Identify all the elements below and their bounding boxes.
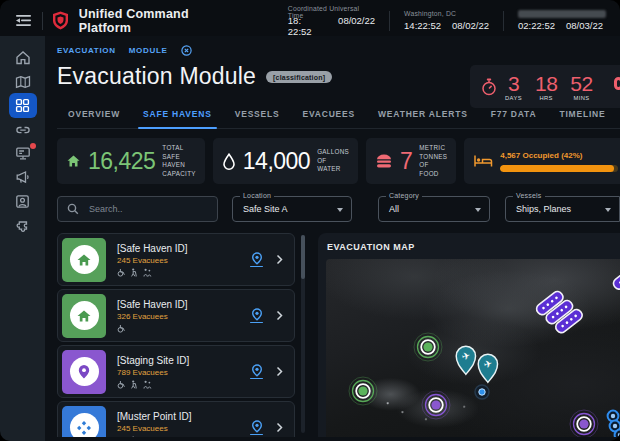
clock-washington: Washington, DC 14:22:52 08/02/22 bbox=[390, 10, 503, 31]
tab-evacuees[interactable]: EVACUEES bbox=[303, 105, 356, 128]
category-select[interactable]: Category All bbox=[378, 196, 490, 222]
home-icon bbox=[15, 50, 31, 65]
occupancy-progress bbox=[500, 165, 618, 172]
sidebar-item-links[interactable] bbox=[9, 117, 37, 142]
site-title: [Safe Haven ID] bbox=[117, 299, 250, 310]
map-pin-icon bbox=[251, 252, 263, 265]
search-icon bbox=[67, 203, 79, 215]
site-evacuee-count: 245 Evacuees bbox=[117, 424, 250, 433]
map-marker-vessel-blue[interactable] bbox=[613, 428, 620, 437]
topbar-divider bbox=[42, 12, 43, 30]
locate-on-map-button[interactable] bbox=[250, 308, 263, 324]
wheelchair-icon bbox=[117, 436, 125, 438]
puzzle-icon bbox=[15, 218, 31, 234]
locate-on-map-button[interactable] bbox=[250, 364, 263, 380]
clock-date: 08/02/22 bbox=[338, 15, 375, 37]
search-box bbox=[57, 196, 218, 222]
map-marker-ships-cluster[interactable] bbox=[531, 288, 597, 350]
map-marker-site-green[interactable] bbox=[412, 331, 444, 363]
evacuation-map-panel: EVACUATION MAP ✈✈ bbox=[318, 233, 620, 437]
map-marker-dot-blue[interactable] bbox=[474, 384, 490, 400]
map-marker-ship-partial[interactable] bbox=[607, 265, 620, 291]
select-value: All bbox=[389, 204, 399, 214]
map-title: EVACUATION MAP bbox=[318, 233, 620, 259]
clock-label: Washington, DC bbox=[404, 10, 489, 18]
filter-row: Location Safe Site A Category All Vessel… bbox=[57, 195, 620, 223]
breadcrumb-close-icon[interactable] bbox=[181, 45, 192, 56]
sidebar-item-integrations[interactable] bbox=[9, 213, 37, 238]
chevron-right-icon[interactable] bbox=[276, 366, 283, 377]
tab-f77-data[interactable]: F77 DATA bbox=[491, 105, 537, 128]
assisted-walk-icon bbox=[130, 268, 138, 277]
burger-icon bbox=[375, 153, 393, 169]
content-row: [Safe Haven ID] 245 Evacuees bbox=[57, 233, 620, 437]
map-pin-icon bbox=[77, 364, 91, 380]
vessels-select[interactable]: Vessels Ships, Planes bbox=[505, 196, 620, 222]
classification-badge: [classification] bbox=[266, 71, 332, 83]
clock-utc: Coordinated Universal Time 18: 22:52 08/… bbox=[274, 5, 389, 37]
tab-weather-alerts[interactable]: WEATHER ALERTS bbox=[378, 105, 468, 128]
location-select[interactable]: Location Safe Site A bbox=[232, 196, 352, 222]
map-marker-site-purple[interactable] bbox=[568, 408, 600, 437]
tab-safe-havens[interactable]: SAFE HAVENS bbox=[143, 105, 212, 128]
sidebar-item-contacts[interactable] bbox=[9, 189, 37, 214]
select-value: Ships, Planes bbox=[516, 204, 571, 214]
site-card-safe-haven-2[interactable]: [Safe Haven ID] 326 Evacuees bbox=[57, 289, 295, 342]
breadcrumb: EVACUATION MODULE bbox=[57, 45, 620, 56]
search-input[interactable] bbox=[87, 203, 208, 215]
countdown-minutes: 52 MINS bbox=[570, 73, 592, 101]
tab-overview[interactable]: OVERVIEW bbox=[68, 105, 120, 128]
sidebar-item-broadcast[interactable] bbox=[9, 141, 37, 166]
unified-command-platform-window: Unified Command Platform Coordinated Uni… bbox=[0, 0, 620, 441]
site-card-staging-site[interactable]: [Staging Site ID] 789 Evacuees bbox=[57, 345, 295, 398]
home-icon bbox=[75, 308, 93, 324]
countdown-clipped-digit bbox=[614, 77, 620, 90]
sidebar-item-dashboard[interactable] bbox=[9, 93, 37, 118]
stat-label: TOTAL SAFE HAVEN CAPACITY bbox=[162, 144, 195, 178]
stat-value: 7 bbox=[400, 149, 412, 173]
locate-on-map-button[interactable] bbox=[250, 420, 263, 436]
sidebar-item-announcements[interactable] bbox=[9, 165, 37, 190]
home-icon bbox=[66, 154, 81, 168]
collapse-sidebar-icon[interactable] bbox=[13, 10, 35, 32]
tab-timeline[interactable]: TIMELINE bbox=[559, 105, 605, 128]
map-marker-site-purple[interactable] bbox=[420, 389, 452, 421]
chevron-right-icon[interactable] bbox=[276, 422, 283, 433]
map-icon bbox=[15, 75, 31, 89]
site-title: [Safe Haven ID] bbox=[117, 243, 250, 254]
safe-haven-tile bbox=[62, 294, 106, 338]
family-icon bbox=[143, 268, 152, 277]
locate-on-map-button[interactable] bbox=[250, 252, 263, 268]
muster-point-icon bbox=[75, 419, 93, 437]
clock-redacted: 02:22:52 08/03/22 bbox=[504, 10, 620, 31]
map-pin-icon bbox=[251, 308, 263, 321]
evacuation-map[interactable]: ✈✈ bbox=[326, 259, 620, 437]
assisted-walk-icon bbox=[130, 380, 138, 389]
sidebar-item-home[interactable] bbox=[9, 45, 37, 70]
stopwatch-icon bbox=[481, 78, 497, 96]
stats-row: 16,425 TOTAL SAFE HAVEN CAPACITY 14,000 … bbox=[57, 138, 620, 184]
stat-value: 14,000 bbox=[243, 149, 310, 173]
site-card-safe-haven-1[interactable]: [Safe Haven ID] 245 Evacuees bbox=[57, 233, 295, 286]
clock-label: Coordinated Universal Time bbox=[288, 5, 375, 13]
sidebar-item-map[interactable] bbox=[9, 69, 37, 94]
scrollbar-thumb[interactable] bbox=[301, 235, 305, 279]
breadcrumb-evacuation[interactable]: EVACUATION bbox=[57, 46, 116, 55]
tab-vessels[interactable]: VESSELS bbox=[235, 105, 280, 128]
breadcrumb-module[interactable]: MODULE bbox=[129, 46, 168, 55]
site-evacuee-count: 245 Evacuees bbox=[117, 256, 250, 265]
list-scrollbar[interactable] bbox=[301, 235, 305, 433]
world-clocks: Coordinated Universal Time 18: 22:52 08/… bbox=[274, 5, 620, 37]
dashboard-grid-icon bbox=[15, 98, 30, 113]
screen-icon bbox=[15, 146, 31, 161]
stat-occupancy: 4,567 Occupied (42%) bbox=[464, 138, 620, 184]
site-card-muster-point[interactable]: [Muster Point ID] 245 Evacuees bbox=[57, 401, 295, 437]
clock-time: 02:22:52 bbox=[518, 20, 555, 31]
chevron-right-icon[interactable] bbox=[276, 254, 283, 265]
top-bar: Unified Command Platform Coordinated Uni… bbox=[0, 0, 620, 36]
chevron-right-icon[interactable] bbox=[276, 310, 283, 321]
map-marker-site-green[interactable] bbox=[347, 375, 379, 407]
map-pin-icon bbox=[251, 364, 263, 377]
link-icon bbox=[15, 123, 31, 137]
occupancy-text: 4,567 Occupied (42%) bbox=[500, 151, 618, 160]
